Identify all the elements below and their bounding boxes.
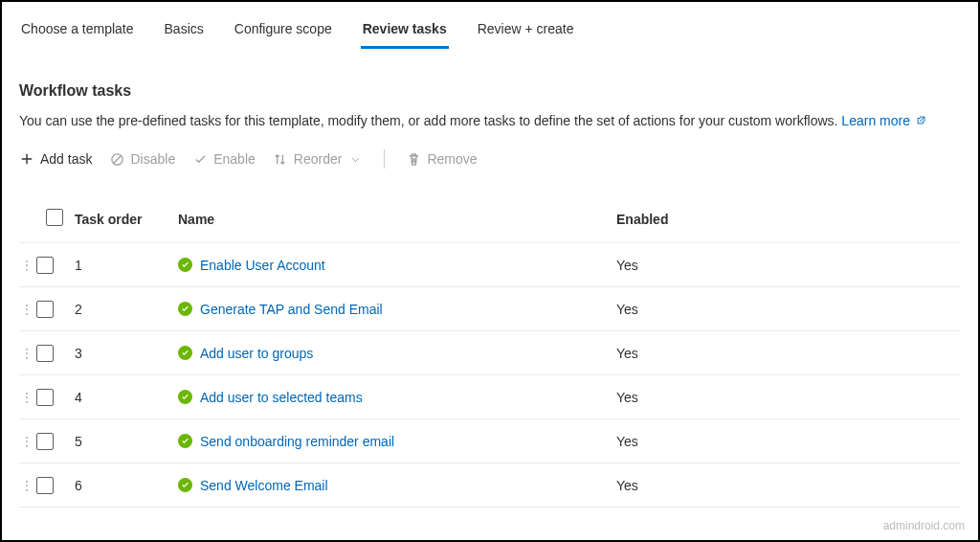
row-checkbox[interactable] (36, 477, 54, 494)
drag-handle-icon[interactable]: ⋮ (21, 435, 31, 448)
table-header: Task order Name Enabled (19, 201, 961, 243)
external-link-icon (916, 115, 926, 128)
col-name[interactable]: Name (178, 212, 616, 227)
toolbar-divider (384, 149, 385, 169)
table-row[interactable]: ⋮ 5 Send onboarding reminder email Yes (19, 419, 961, 463)
tab-review-create[interactable]: Review + create (476, 15, 576, 49)
row-checkbox[interactable] (36, 433, 54, 450)
tab-choose-template[interactable]: Choose a template (19, 15, 136, 49)
task-order-cell: 4 (75, 390, 178, 405)
enabled-cell: Yes (616, 390, 903, 405)
table-row[interactable]: ⋮ 3 Add user to groups Yes (19, 331, 961, 375)
drag-handle-icon[interactable]: ⋮ (21, 479, 31, 492)
drag-handle-icon[interactable]: ⋮ (21, 347, 31, 360)
task-name-link[interactable]: Add user to groups (200, 346, 313, 361)
table-row[interactable]: ⋮ 6 Send Welcome Email Yes (19, 463, 961, 508)
reorder-icon (273, 151, 288, 167)
row-checkbox[interactable] (36, 345, 54, 362)
row-checkbox[interactable] (36, 257, 54, 274)
block-icon (109, 151, 124, 167)
add-task-button[interactable]: Add task (19, 151, 92, 167)
enable-button: Enable (192, 151, 256, 167)
enabled-cell: Yes (616, 346, 903, 361)
success-status-icon (178, 390, 192, 404)
drag-handle-icon[interactable]: ⋮ (21, 303, 31, 316)
tasks-table: Task order Name Enabled ⋮ 1 Enable User … (19, 201, 961, 508)
learn-more-link[interactable]: Learn more (841, 113, 925, 128)
chevron-down-icon (347, 151, 363, 167)
task-order-cell: 6 (75, 478, 178, 493)
success-status-icon (178, 434, 192, 448)
task-order-cell: 3 (75, 346, 178, 361)
task-name-link[interactable]: Send onboarding reminder email (200, 434, 394, 449)
success-status-icon (178, 478, 192, 492)
table-row[interactable]: ⋮ 2 Generate TAP and Send Email Yes (19, 287, 961, 331)
table-row[interactable]: ⋮ 1 Enable User Account Yes (19, 243, 961, 287)
plus-icon (19, 151, 34, 167)
enabled-cell: Yes (616, 302, 903, 317)
tab-basics[interactable]: Basics (163, 15, 206, 49)
select-all-checkbox[interactable] (46, 209, 63, 226)
tab-review-tasks[interactable]: Review tasks (361, 15, 449, 49)
row-checkbox[interactable] (36, 389, 54, 406)
description-text: You can use the pre-defined tasks for th… (19, 113, 841, 128)
task-name-link[interactable]: Generate TAP and Send Email (200, 302, 383, 317)
enabled-cell: Yes (616, 434, 903, 449)
success-status-icon (178, 302, 192, 316)
task-order-cell: 5 (75, 434, 178, 449)
drag-handle-icon[interactable]: ⋮ (21, 259, 31, 272)
task-name-link[interactable]: Add user to selected teams (200, 390, 363, 405)
tab-configure-scope[interactable]: Configure scope (233, 15, 334, 49)
command-bar: Add task Disable Enable Reorder (19, 149, 961, 169)
check-icon (192, 151, 208, 167)
task-order-cell: 2 (75, 302, 178, 317)
enabled-cell: Yes (616, 258, 903, 273)
page-title: Workflow tasks (19, 82, 961, 100)
task-name-link[interactable]: Enable User Account (200, 258, 325, 273)
remove-button: Remove (406, 151, 477, 167)
success-status-icon (178, 346, 192, 360)
col-task-order[interactable]: Task order (75, 212, 178, 227)
table-row[interactable]: ⋮ 4 Add user to selected teams Yes (19, 375, 961, 419)
row-checkbox[interactable] (36, 301, 54, 318)
page-description: You can use the pre-defined tasks for th… (19, 113, 961, 128)
watermark: admindroid.com (883, 519, 965, 532)
col-enabled[interactable]: Enabled (616, 212, 903, 227)
enabled-cell: Yes (616, 478, 903, 493)
disable-button: Disable (109, 151, 175, 167)
success-status-icon (178, 258, 192, 272)
reorder-button: Reorder (273, 151, 364, 167)
drag-handle-icon[interactable]: ⋮ (21, 391, 31, 404)
trash-icon (406, 151, 421, 167)
wizard-tabs: Choose a template Basics Configure scope… (19, 2, 961, 50)
task-name-link[interactable]: Send Welcome Email (200, 478, 328, 493)
task-order-cell: 1 (75, 258, 178, 273)
